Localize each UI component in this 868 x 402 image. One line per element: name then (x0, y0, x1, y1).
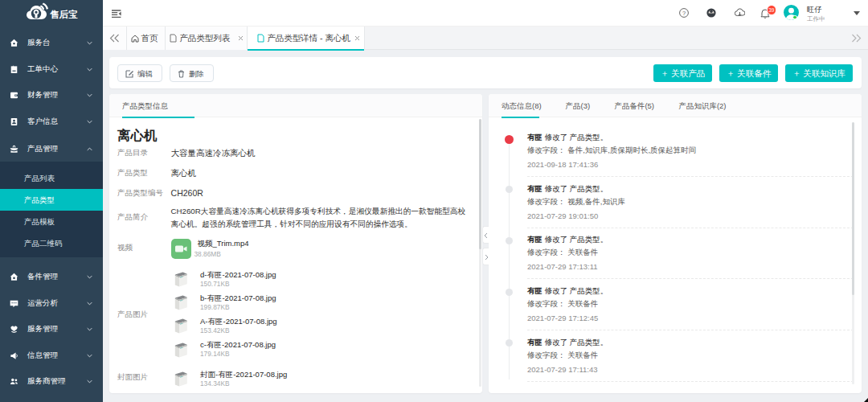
svg-text:售后宝: 售后宝 (49, 9, 78, 19)
svg-text:?: ? (682, 10, 686, 17)
